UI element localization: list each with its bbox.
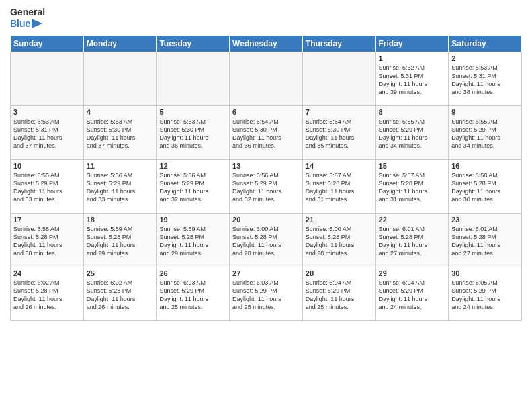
- day-number: 22: [379, 216, 446, 224]
- logo: GeneralBlue: [10, 7, 45, 30]
- day-cell: 6Sunrise: 5:54 AM Sunset: 5:30 PM Daylig…: [230, 105, 303, 159]
- day-cell: 19Sunrise: 5:59 AM Sunset: 5:28 PM Dayli…: [157, 213, 230, 267]
- day-number: 17: [13, 216, 81, 224]
- day-number: 14: [306, 162, 373, 170]
- header-cell-saturday: Saturday: [449, 35, 522, 52]
- header-cell-thursday: Thursday: [302, 35, 375, 52]
- day-cell: 15Sunrise: 5:57 AM Sunset: 5:28 PM Dayli…: [375, 159, 449, 213]
- day-number: 27: [232, 269, 300, 277]
- day-cell: 27Sunrise: 6:03 AM Sunset: 5:29 PM Dayli…: [230, 267, 303, 320]
- day-number: 29: [379, 269, 446, 277]
- day-info: Sunrise: 5:55 AM Sunset: 5:29 PM Dayligh…: [451, 118, 519, 150]
- day-cell: 18Sunrise: 5:59 AM Sunset: 5:28 PM Dayli…: [83, 213, 157, 267]
- day-number: 6: [232, 108, 300, 116]
- day-cell: [11, 52, 84, 105]
- day-cell: 22Sunrise: 6:01 AM Sunset: 5:28 PM Dayli…: [375, 213, 449, 267]
- day-info: Sunrise: 5:58 AM Sunset: 5:28 PM Dayligh…: [13, 225, 81, 258]
- day-number: 24: [13, 269, 81, 277]
- header: GeneralBlue: [10, 7, 522, 30]
- header-cell-wednesday: Wednesday: [230, 35, 303, 52]
- day-number: 7: [306, 108, 373, 116]
- day-cell: [230, 52, 303, 105]
- day-number: 9: [451, 108, 519, 116]
- day-cell: 25Sunrise: 6:02 AM Sunset: 5:28 PM Dayli…: [83, 267, 157, 320]
- day-number: 11: [87, 162, 154, 170]
- calendar-table: SundayMondayTuesdayWednesdayThursdayFrid…: [10, 35, 522, 321]
- header-cell-friday: Friday: [375, 35, 449, 52]
- week-row-3: 10Sunrise: 5:55 AM Sunset: 5:29 PM Dayli…: [11, 159, 522, 213]
- day-info: Sunrise: 5:58 AM Sunset: 5:28 PM Dayligh…: [451, 171, 519, 204]
- day-info: Sunrise: 6:05 AM Sunset: 5:29 PM Dayligh…: [451, 279, 519, 312]
- day-number: 28: [306, 269, 373, 277]
- day-cell: 24Sunrise: 6:02 AM Sunset: 5:28 PM Dayli…: [11, 267, 84, 320]
- day-number: 20: [232, 216, 300, 224]
- day-cell: 11Sunrise: 5:56 AM Sunset: 5:29 PM Dayli…: [83, 159, 157, 213]
- day-info: Sunrise: 6:03 AM Sunset: 5:29 PM Dayligh…: [159, 279, 226, 312]
- day-number: 25: [87, 269, 154, 277]
- day-info: Sunrise: 6:01 AM Sunset: 5:28 PM Dayligh…: [379, 225, 446, 258]
- day-number: 12: [159, 162, 226, 170]
- day-number: 15: [379, 162, 446, 170]
- day-cell: 9Sunrise: 5:55 AM Sunset: 5:29 PM Daylig…: [449, 105, 522, 159]
- day-info: Sunrise: 6:04 AM Sunset: 5:29 PM Dayligh…: [306, 279, 373, 312]
- day-info: Sunrise: 5:54 AM Sunset: 5:30 PM Dayligh…: [306, 118, 373, 150]
- day-cell: 20Sunrise: 6:00 AM Sunset: 5:28 PM Dayli…: [230, 213, 303, 267]
- day-number: 26: [159, 269, 226, 277]
- day-info: Sunrise: 5:56 AM Sunset: 5:29 PM Dayligh…: [159, 171, 226, 204]
- day-cell: 14Sunrise: 5:57 AM Sunset: 5:28 PM Dayli…: [302, 159, 375, 213]
- day-cell: 4Sunrise: 5:53 AM Sunset: 5:30 PM Daylig…: [83, 105, 157, 159]
- header-cell-sunday: Sunday: [11, 35, 84, 52]
- day-info: Sunrise: 5:53 AM Sunset: 5:31 PM Dayligh…: [13, 118, 81, 150]
- day-number: 16: [451, 162, 519, 170]
- header-cell-tuesday: Tuesday: [157, 35, 230, 52]
- day-cell: 13Sunrise: 5:56 AM Sunset: 5:29 PM Dayli…: [230, 159, 303, 213]
- day-info: Sunrise: 5:55 AM Sunset: 5:29 PM Dayligh…: [13, 171, 81, 204]
- day-cell: 26Sunrise: 6:03 AM Sunset: 5:29 PM Dayli…: [157, 267, 230, 320]
- day-cell: 12Sunrise: 5:56 AM Sunset: 5:29 PM Dayli…: [157, 159, 230, 213]
- page: GeneralBlue SundayMondayTuesdayWednesday…: [0, 0, 532, 331]
- day-number: 5: [159, 108, 226, 116]
- day-cell: 21Sunrise: 6:00 AM Sunset: 5:28 PM Dayli…: [302, 213, 375, 267]
- day-cell: 28Sunrise: 6:04 AM Sunset: 5:29 PM Dayli…: [302, 267, 375, 320]
- day-cell: 3Sunrise: 5:53 AM Sunset: 5:31 PM Daylig…: [11, 105, 84, 159]
- day-number: 2: [451, 54, 519, 62]
- day-info: Sunrise: 6:00 AM Sunset: 5:28 PM Dayligh…: [306, 225, 373, 258]
- day-info: Sunrise: 5:56 AM Sunset: 5:29 PM Dayligh…: [87, 171, 154, 204]
- day-number: 21: [306, 216, 373, 224]
- day-number: 30: [451, 269, 519, 277]
- day-number: 3: [13, 108, 81, 116]
- day-cell: 30Sunrise: 6:05 AM Sunset: 5:29 PM Dayli…: [449, 267, 522, 320]
- day-cell: 5Sunrise: 5:53 AM Sunset: 5:30 PM Daylig…: [157, 105, 230, 159]
- day-info: Sunrise: 6:00 AM Sunset: 5:28 PM Dayligh…: [232, 225, 300, 258]
- day-cell: 8Sunrise: 5:55 AM Sunset: 5:29 PM Daylig…: [375, 105, 449, 159]
- day-cell: 7Sunrise: 5:54 AM Sunset: 5:30 PM Daylig…: [302, 105, 375, 159]
- day-info: Sunrise: 5:53 AM Sunset: 5:31 PM Dayligh…: [451, 64, 519, 97]
- day-number: 23: [451, 216, 519, 224]
- day-number: 18: [87, 216, 154, 224]
- logo-text: GeneralBlue: [10, 7, 45, 30]
- day-info: Sunrise: 5:59 AM Sunset: 5:28 PM Dayligh…: [159, 225, 226, 258]
- day-info: Sunrise: 5:59 AM Sunset: 5:28 PM Dayligh…: [87, 225, 154, 258]
- header-row: SundayMondayTuesdayWednesdayThursdayFrid…: [11, 35, 522, 52]
- day-number: 13: [232, 162, 300, 170]
- day-info: Sunrise: 5:52 AM Sunset: 5:31 PM Dayligh…: [379, 64, 446, 97]
- day-info: Sunrise: 5:53 AM Sunset: 5:30 PM Dayligh…: [159, 118, 226, 150]
- day-cell: 1Sunrise: 5:52 AM Sunset: 5:31 PM Daylig…: [375, 52, 449, 105]
- day-cell: 2Sunrise: 5:53 AM Sunset: 5:31 PM Daylig…: [449, 52, 522, 105]
- day-cell: 29Sunrise: 6:04 AM Sunset: 5:29 PM Dayli…: [375, 267, 449, 320]
- day-info: Sunrise: 5:54 AM Sunset: 5:30 PM Dayligh…: [232, 118, 300, 150]
- week-row-2: 3Sunrise: 5:53 AM Sunset: 5:31 PM Daylig…: [11, 105, 522, 159]
- day-cell: 16Sunrise: 5:58 AM Sunset: 5:28 PM Dayli…: [449, 159, 522, 213]
- day-cell: [302, 52, 375, 105]
- day-info: Sunrise: 6:03 AM Sunset: 5:29 PM Dayligh…: [232, 279, 300, 312]
- day-number: 8: [379, 108, 446, 116]
- day-info: Sunrise: 6:02 AM Sunset: 5:28 PM Dayligh…: [13, 279, 81, 312]
- week-row-5: 24Sunrise: 6:02 AM Sunset: 5:28 PM Dayli…: [11, 267, 522, 320]
- day-info: Sunrise: 5:57 AM Sunset: 5:28 PM Dayligh…: [306, 171, 373, 204]
- day-number: 19: [159, 216, 226, 224]
- day-info: Sunrise: 5:56 AM Sunset: 5:29 PM Dayligh…: [232, 171, 300, 204]
- day-number: 1: [379, 54, 446, 62]
- day-cell: 17Sunrise: 5:58 AM Sunset: 5:28 PM Dayli…: [11, 213, 84, 267]
- svg-marker-0: [32, 19, 42, 28]
- day-cell: 10Sunrise: 5:55 AM Sunset: 5:29 PM Dayli…: [11, 159, 84, 213]
